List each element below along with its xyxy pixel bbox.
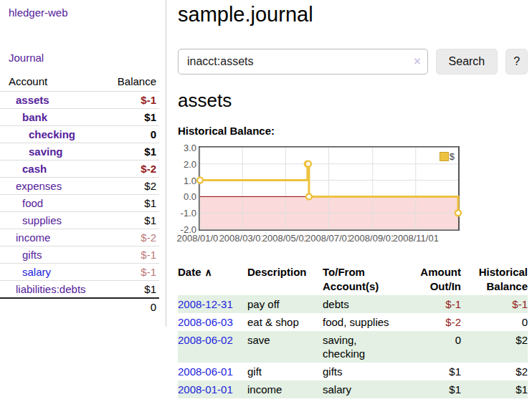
register-row: 2008-01-01incomesalary$1$1 xyxy=(178,380,528,398)
y-axis-tick-label: -1.0 xyxy=(172,208,196,218)
account-link[interactable]: salary xyxy=(22,266,51,278)
transaction-date-link[interactable]: 2008-06-01 xyxy=(178,365,233,378)
register-table-body: 2008-12-31pay offdebts$-1$-12008-06-03ea… xyxy=(178,295,528,398)
account-row: bank$1 xyxy=(0,109,159,126)
description-cell: eat & shop xyxy=(247,313,323,331)
register-header-description: Description xyxy=(247,264,323,295)
register-header-balance: Historical Balance xyxy=(461,264,528,295)
account-link[interactable]: liabilities:debts xyxy=(16,283,86,295)
accounts-total-row: 0 xyxy=(0,298,159,315)
accounts-table: Account Balance assets$-1bank$1checking0… xyxy=(0,73,159,315)
accounts-cell: debts xyxy=(323,295,407,313)
account-row: expenses$2 xyxy=(0,178,159,195)
clear-search-icon[interactable]: × xyxy=(414,56,420,67)
balance-cell: $2 xyxy=(461,331,528,363)
account-balance: $1 xyxy=(100,281,159,299)
transaction-date-link[interactable]: 2008-06-03 xyxy=(178,316,233,328)
account-link[interactable]: supplies xyxy=(22,214,62,226)
header-label: Historical xyxy=(479,266,528,278)
accounts-cell: food, supplies xyxy=(323,313,407,331)
main-content: sample.journal × Search ? assets Histori… xyxy=(178,0,528,398)
x-axis-tick-label: 2008/07/01 xyxy=(305,234,352,243)
legend-label: $ xyxy=(450,151,455,162)
register-row: 2008-06-01giftgifts$1$2 xyxy=(178,363,528,380)
amount-cell: $1 xyxy=(407,363,461,380)
account-link[interactable]: income xyxy=(16,231,50,244)
account-row: liabilities:debts$1 xyxy=(0,281,159,299)
description-cell: save xyxy=(247,331,323,363)
account-link[interactable]: bank xyxy=(22,111,47,123)
balance-cell: $-1 xyxy=(461,295,528,313)
search-button[interactable]: Search xyxy=(436,49,498,75)
description-cell: income xyxy=(247,380,323,398)
register-header-date[interactable]: Date∧ xyxy=(178,264,247,295)
account-row: salary$-1 xyxy=(0,264,159,281)
amount-cell: $1 xyxy=(407,380,461,398)
account-link[interactable]: cash xyxy=(22,163,47,175)
page-title: sample.journal xyxy=(178,3,528,26)
data-point-marker xyxy=(197,178,203,183)
transaction-date-link[interactable]: 2008-06-02 xyxy=(178,334,233,346)
sort-ascending-icon: ∧ xyxy=(205,267,212,278)
balance-cell: $2 xyxy=(461,363,528,380)
account-row: food$1 xyxy=(0,195,159,212)
y-axis-tick-label: 2.0 xyxy=(172,159,196,168)
account-balance: $2 xyxy=(100,178,159,195)
account-link[interactable]: gifts xyxy=(22,249,42,261)
account-balance: $-2 xyxy=(100,160,159,178)
plot-area: $ xyxy=(199,146,460,231)
accounts-header-row: Account Balance xyxy=(0,73,159,92)
accounts-cell: salary xyxy=(323,380,407,398)
account-balance: $-1 xyxy=(100,246,159,264)
account-balance: $-1 xyxy=(100,92,159,109)
data-point-marker xyxy=(306,193,312,199)
amount-cell: 0 xyxy=(407,331,461,363)
balance-cell: $1 xyxy=(461,380,528,398)
register-header-accounts: To/From Account(s) xyxy=(323,264,407,295)
account-balance: $1 xyxy=(100,195,159,212)
account-link[interactable]: assets xyxy=(16,94,49,106)
search-bar: × Search ? xyxy=(178,49,528,75)
x-axis-tick-label: 2008/01/01 xyxy=(176,234,223,243)
account-balance: $1 xyxy=(100,109,159,126)
account-row: cash$-2 xyxy=(0,160,159,178)
balance-cell: 0 xyxy=(461,313,528,331)
x-axis-tick-label: 2008/09/01 xyxy=(349,234,396,243)
transaction-date-link[interactable]: 2008-12-31 xyxy=(178,298,233,310)
account-row: gifts$-1 xyxy=(0,246,159,264)
account-link[interactable]: expenses xyxy=(16,180,62,192)
account-balance: $1 xyxy=(100,143,159,160)
plot-canvas xyxy=(200,148,458,229)
account-row: checking0 xyxy=(0,126,159,143)
y-axis-tick-label: 1.0 xyxy=(172,176,196,185)
accounts-cell: gifts xyxy=(323,363,407,380)
account-balance: $-2 xyxy=(100,229,159,246)
header-label: Balance xyxy=(486,280,528,292)
transaction-date-link[interactable]: 2008-01-01 xyxy=(178,383,233,396)
account-heading: assets xyxy=(178,90,528,111)
account-balance: 0 xyxy=(100,126,159,143)
register-row: 2008-12-31pay offdebts$-1$-1 xyxy=(178,295,528,313)
description-cell: pay off xyxy=(247,295,323,313)
data-point-marker xyxy=(455,210,461,216)
header-label: Date xyxy=(178,266,201,278)
header-label: Out/In xyxy=(430,280,461,292)
help-button[interactable]: ? xyxy=(505,49,528,75)
register-header-amount: Amount Out/In xyxy=(407,264,461,295)
app-title-link[interactable]: hledger-web xyxy=(0,0,166,19)
register-row: 2008-06-02savesaving, checking0$2 xyxy=(178,331,528,363)
account-link[interactable]: food xyxy=(22,197,43,209)
y-axis-tick-label: 3.0 xyxy=(172,143,196,153)
account-link[interactable]: checking xyxy=(29,128,75,140)
sidebar: hledger-web Journal Account Balance asse… xyxy=(0,0,166,327)
x-axis-tick-label: 2008/11/01 xyxy=(393,234,439,243)
data-point-marker xyxy=(305,161,311,167)
y-axis-tick-label: 0.0 xyxy=(172,192,196,201)
account-link[interactable]: saving xyxy=(29,145,63,158)
sidebar-item-journal[interactable]: Journal xyxy=(0,19,166,64)
header-label: Amount xyxy=(420,266,461,278)
search-input[interactable] xyxy=(178,49,428,75)
account-row: assets$-1 xyxy=(0,92,159,109)
register-row: 2008-06-03eat & shopfood, supplies$-20 xyxy=(178,313,528,331)
x-axis-tick-label: 2008/05/01 xyxy=(262,234,309,243)
